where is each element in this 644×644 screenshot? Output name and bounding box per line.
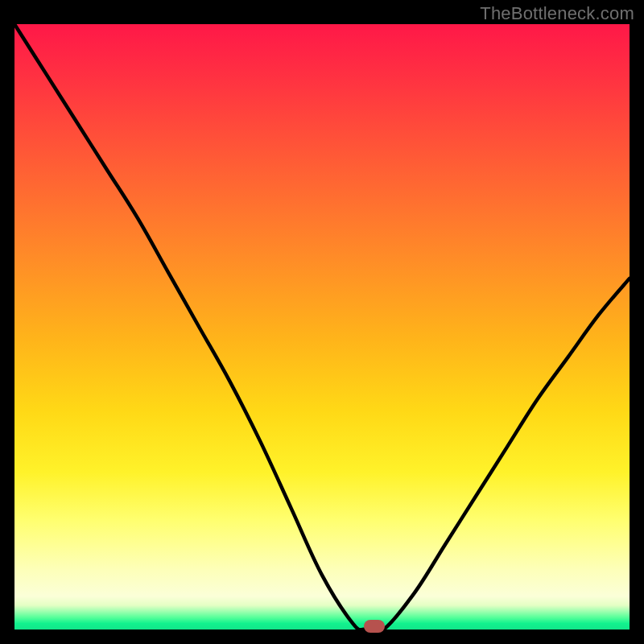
bottleneck-curve	[14, 24, 630, 630]
attribution-text: TheBottleneck.com	[480, 3, 634, 24]
plot-area	[14, 24, 630, 630]
